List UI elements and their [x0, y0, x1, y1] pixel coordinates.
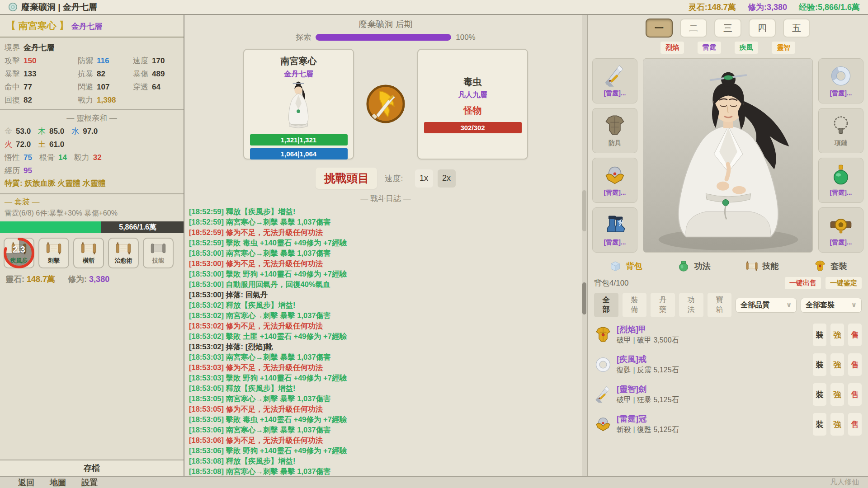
equip-column-left: [雷霆]...防具[雷霆]...[雷霆]...: [592, 58, 637, 253]
page-tab-5[interactable]: 五: [783, 19, 810, 38]
stat-防禦: 防禦116: [78, 54, 133, 67]
stat-戰力: 戰力1,398: [78, 94, 133, 107]
enhance-button[interactable]: 強: [830, 353, 844, 376]
log-entry: [18:53:00] 修为不足，无法升級任何功法: [189, 258, 587, 269]
sell-button[interactable]: 售: [848, 413, 862, 436]
spirit-經历: 經历95: [5, 164, 32, 177]
map-button[interactable]: 地圖: [50, 477, 66, 488]
set-filter-lieyan[interactable]: 烈焰: [660, 42, 684, 54]
stat-value: 489: [152, 67, 165, 80]
filter-chest[interactable]: 寶箱: [708, 293, 732, 317]
tab-label: 套裝: [831, 261, 847, 272]
spirit-悟性: 悟性75: [5, 151, 32, 164]
equip-button[interactable]: 裝: [813, 383, 826, 406]
item-affixes: 破甲 | 狂暴 5,125石: [617, 395, 809, 405]
window-title: 廢棄礦洞 | 金丹七層: [21, 1, 97, 13]
speed-button-2x[interactable]: 2x: [438, 169, 456, 188]
speed-label: 速度:: [384, 173, 403, 184]
equip-slot-armor[interactable]: 防具: [592, 108, 637, 153]
tab-bag[interactable]: 背包: [609, 260, 642, 272]
challenge-boss-button[interactable]: 挑戰頭目: [316, 168, 377, 189]
enemy-hp-text: 302/302: [460, 124, 485, 131]
page-tab-1[interactable]: 一: [646, 19, 673, 38]
scroll-icon: [745, 260, 758, 272]
equip-slot-weapon[interactable]: [雷霆]...: [592, 58, 637, 103]
stat-攻擊: 攻擊150: [5, 54, 78, 67]
equip-column-right: [雷霆]...項鏈[雷霆]...[雷霆]...: [818, 58, 863, 253]
set-filter-leiting[interactable]: 雷霆: [698, 42, 721, 54]
equip-button[interactable]: 裝: [813, 413, 826, 436]
spirit-label: 木: [38, 125, 46, 138]
bag-header-row: 背包4/100 一键出售一键鉴定: [588, 275, 868, 289]
set-filter-select[interactable]: 全部套裝∨: [801, 298, 862, 313]
enemy-card: 毒虫 凡人九層 怪物 302/302: [417, 49, 528, 160]
armor-icon: [603, 114, 627, 137]
skill-button-4[interactable]: 治愈術: [108, 238, 139, 268]
equip-slot-helmet[interactable]: [雷霆]...: [592, 158, 637, 203]
filter-all[interactable]: 全部: [594, 293, 618, 317]
equip-button[interactable]: 裝: [813, 353, 826, 376]
stat-value: 77: [24, 80, 32, 94]
stat-label: 閃避: [78, 80, 93, 94]
item-name: [疾風]戒: [617, 354, 809, 364]
settings-button[interactable]: 設置: [81, 477, 98, 488]
tab-gongfa[interactable]: 功法: [677, 260, 711, 272]
enhance-button[interactable]: 強: [830, 413, 844, 436]
equip-slot-pendant[interactable]: [雷霆]...: [818, 158, 863, 203]
sell-all-button[interactable]: 一键出售: [785, 277, 821, 289]
filter-gongfa[interactable]: 功法: [679, 293, 703, 317]
equip-slot-boots[interactable]: [雷霆]...: [592, 207, 637, 253]
spirit-火: 火72.0: [5, 138, 31, 151]
speed-button-1x[interactable]: 1x: [415, 169, 433, 188]
spirit-value: 75: [24, 151, 32, 164]
item-affixes: 復甦 | 反震 5,125石: [617, 365, 809, 375]
quality-filter-select[interactable]: 全部品質∨: [736, 298, 797, 313]
tab-sets[interactable]: 套裝: [814, 260, 847, 272]
page-tab-3[interactable]: 三: [714, 19, 741, 38]
scrollbar-thumb[interactable]: [582, 282, 586, 314]
equip-button[interactable]: 裝: [813, 324, 826, 346]
filter-equipment[interactable]: 裝備: [623, 293, 647, 317]
enhance-button[interactable]: 強: [830, 383, 844, 406]
page-tab-2[interactable]: 二: [680, 19, 707, 38]
filter-pills[interactable]: 丹藥: [651, 293, 675, 317]
skill-button-1[interactable]: 疾風步2.3: [4, 238, 34, 268]
stats-block: 境界金丹七層 攻擊150防禦116速度170暴擊133抗暴82暴傷489命中77…: [0, 38, 184, 110]
player-sprite: [244, 80, 353, 131]
tab-label: 功法: [694, 261, 711, 272]
inventory-item-row: [疾風]戒復甦 | 反震 5,125石裝強售: [594, 350, 862, 380]
log-entry: [18:53:06] 擊敗 野狗 +140靈石 +49修为 +7經驗: [189, 446, 587, 456]
sell-button[interactable]: 售: [848, 353, 862, 376]
inventory-item-row: [靈智]劍破甲 | 狂暴 5,125石裝強售: [594, 380, 862, 409]
spirit-木: 木85.0: [38, 125, 64, 138]
skill-label: 技能: [152, 257, 164, 265]
skill-button-2[interactable]: 刺擊: [38, 238, 69, 268]
player-card: 南宮寒心 金丹七層 1,321|1,321 1,064|1,064: [243, 49, 354, 160]
chevron-down-icon: ∨: [786, 301, 792, 309]
sell-button[interactable]: 售: [848, 383, 862, 406]
stat-value: 107: [97, 80, 109, 94]
spirit-value: 85.0: [49, 125, 64, 138]
enhance-button[interactable]: 強: [830, 324, 844, 346]
stat-label: 戰力: [78, 94, 93, 107]
set-filter-lingzhi[interactable]: 靈智: [772, 42, 795, 54]
battle-panel-scrollbar[interactable]: [582, 15, 587, 476]
equip-slot-necklace[interactable]: 項鏈: [818, 108, 863, 153]
belt-icon: [829, 213, 853, 237]
equip-slot-ring[interactable]: [雷霆]...: [818, 58, 863, 103]
scrollbar-thumb[interactable]: [582, 190, 586, 232]
set-filter-jifeng[interactable]: 疾風: [735, 42, 758, 54]
equip-slot-belt[interactable]: [雷霆]...: [818, 207, 863, 253]
skill-button-5[interactable]: 技能: [143, 238, 174, 268]
stat-label: 抗暴: [78, 67, 93, 80]
explore-row: 探索 100%: [184, 32, 587, 42]
sell-button[interactable]: 售: [848, 324, 862, 346]
back-button[interactable]: 返回: [18, 477, 34, 488]
page-tab-4[interactable]: 四: [749, 19, 776, 38]
log-entry: [18:53:05] 修为不足，无法升級任何功法: [189, 404, 587, 414]
skill-button-3[interactable]: 橫斬: [73, 238, 104, 268]
identify-all-button[interactable]: 一键鉴定: [826, 277, 862, 289]
save-button[interactable]: 存檔: [0, 460, 184, 476]
realm-label: 境界: [5, 41, 20, 54]
tab-skills[interactable]: 技能: [745, 260, 779, 272]
